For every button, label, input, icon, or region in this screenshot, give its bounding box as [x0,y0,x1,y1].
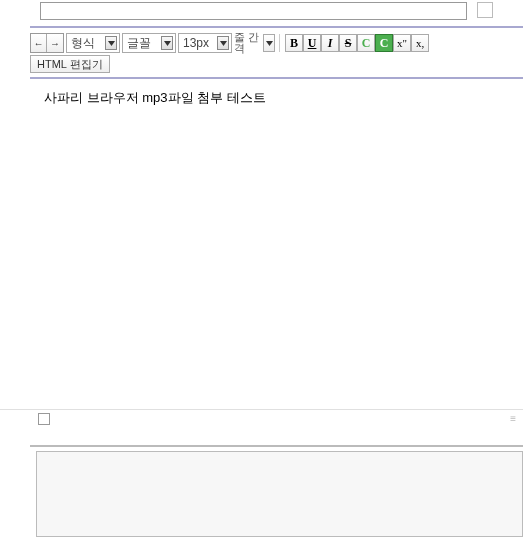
format-select[interactable]: 형식 [66,33,120,53]
attachment-icon[interactable] [477,2,493,18]
fontsize-select-label: 13px [183,36,215,50]
title-input[interactable] [40,2,467,20]
lower-panel [30,445,523,537]
strike-button[interactable]: S [339,34,357,52]
subscript-button[interactable]: x, [411,34,429,52]
linespacing-select[interactable] [263,34,275,52]
underline-button[interactable]: U [303,34,321,52]
editor-toolbar: ← → 형식 글꼴 13px 줄 간 격 B U I S C [30,26,523,73]
status-bar: ≡ [0,409,523,427]
lower-panel-content [36,451,523,537]
redo-button[interactable]: → [47,34,63,52]
text-format-group: B U I S C C x" x, [285,34,429,52]
chevron-down-icon [105,36,117,50]
linespacing-label: 줄 간 격 [234,32,259,54]
superscript-button[interactable]: x" [393,34,411,52]
editor-text: 사파리 브라우저 mp3파일 첨부 테스트 [44,90,266,105]
html-editor-button[interactable]: HTML 편집기 [30,55,110,73]
italic-button[interactable]: I [321,34,339,52]
fontsize-select[interactable]: 13px [178,33,232,53]
history-group: ← → [30,33,64,53]
format-select-label: 형식 [71,35,103,52]
textcolor-button[interactable]: C [357,34,375,52]
resize-handle-icon[interactable]: ≡ [510,413,515,424]
font-select[interactable]: 글꼴 [122,33,176,53]
chevron-down-icon [217,36,229,50]
status-checkbox-icon[interactable] [38,413,50,425]
bold-button[interactable]: B [285,34,303,52]
chevron-down-icon [161,36,173,50]
editor-content-area[interactable]: 사파리 브라우저 mp3파일 첨부 테스트 [38,79,523,409]
bgcolor-button[interactable]: C [375,34,393,52]
font-select-label: 글꼴 [127,35,159,52]
separator [279,34,281,52]
undo-button[interactable]: ← [31,34,47,52]
